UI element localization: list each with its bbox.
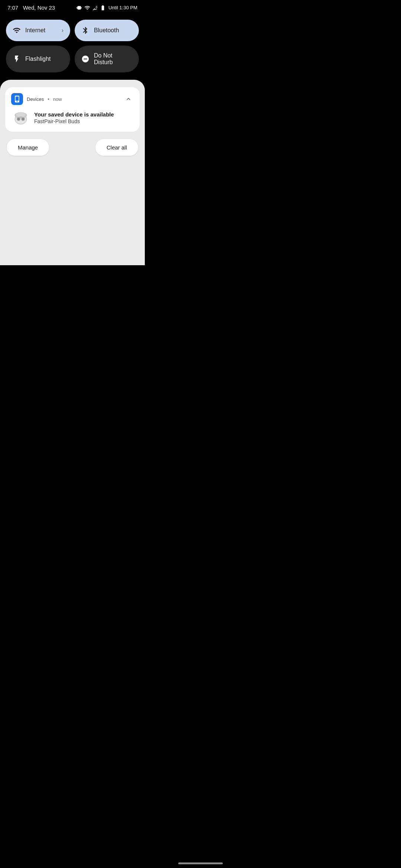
- notif-timestamp: now: [53, 96, 62, 102]
- flashlight-label: Flashlight: [25, 56, 63, 62]
- wifi-icon: [84, 5, 90, 11]
- qs-grid: Internet › Bluetooth Flashlight: [6, 20, 139, 72]
- status-time: 7:07 Wed, Nov 23: [7, 4, 55, 11]
- flashlight-tile[interactable]: Flashlight: [6, 46, 70, 72]
- clear-all-button[interactable]: Clear all: [95, 139, 138, 156]
- battery-icon: [100, 5, 106, 11]
- status-icons: Until 1:30 PM: [76, 5, 137, 11]
- notif-header-left: Devices • now: [11, 93, 62, 105]
- bluetooth-tile[interactable]: Bluetooth: [75, 20, 139, 41]
- notif-title: Your saved device is available: [34, 111, 114, 118]
- notif-app-name: Devices: [27, 96, 44, 102]
- devices-app-icon: [11, 93, 23, 105]
- notif-text: Your saved device is available FastPair-…: [34, 111, 114, 124]
- wifi-tile-icon: [13, 26, 21, 34]
- notif-collapse-button[interactable]: [123, 94, 134, 104]
- internet-tile[interactable]: Internet ›: [6, 20, 70, 41]
- svg-point-8: [22, 118, 24, 120]
- vibrate-icon: [76, 5, 82, 11]
- svg-point-6: [17, 118, 20, 120]
- manage-button[interactable]: Manage: [7, 139, 49, 156]
- svg-point-3: [16, 112, 26, 117]
- notification-area: Devices • now: [0, 80, 145, 265]
- notif-time: •: [48, 96, 49, 102]
- quick-settings: Internet › Bluetooth Flashlight: [0, 14, 145, 80]
- clock: 7:07: [7, 4, 18, 11]
- status-bar: 7:07 Wed, Nov 23 Until 1:30 PM: [0, 0, 145, 14]
- notification-card: Devices • now: [5, 87, 140, 132]
- bluetooth-tile-icon: [81, 26, 89, 34]
- action-buttons: Manage Clear all: [5, 136, 140, 159]
- notif-body: Your saved device is available FastPair-…: [11, 109, 134, 126]
- notif-header: Devices • now: [11, 93, 134, 105]
- pixel-buds-icon: [13, 109, 29, 126]
- signal-icon: [92, 5, 98, 11]
- notif-subtitle: FastPair-Pixel Buds: [34, 118, 114, 124]
- dnd-tile-icon: [81, 55, 89, 63]
- internet-label: Internet: [25, 27, 57, 34]
- internet-arrow: ›: [62, 27, 63, 34]
- bluetooth-label: Bluetooth: [94, 27, 132, 34]
- flashlight-tile-icon: [13, 55, 21, 63]
- battery-label: Until 1:30 PM: [108, 5, 137, 10]
- dnd-tile[interactable]: Do Not Disturb: [75, 46, 139, 72]
- date: Wed, Nov 23: [23, 4, 55, 11]
- dnd-label: Do Not Disturb: [94, 52, 132, 66]
